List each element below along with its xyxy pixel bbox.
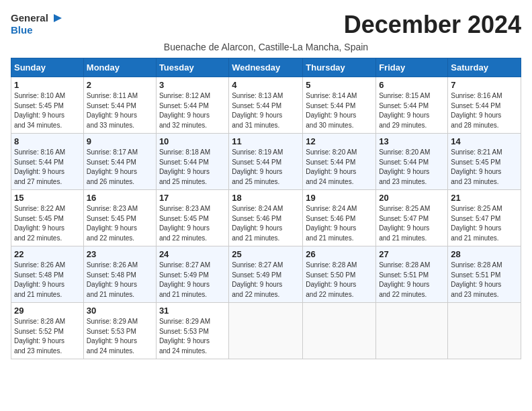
day-info: Sunrise: 8:13 AMSunset: 5:44 PMDaylight:… <box>232 91 300 130</box>
calendar-cell <box>303 303 376 359</box>
day-number: 9 <box>87 136 153 146</box>
day-number: 21 <box>451 193 518 203</box>
calendar-cell: 10Sunrise: 8:18 AMSunset: 5:44 PMDayligh… <box>156 134 228 190</box>
logo-general: General <box>11 12 48 24</box>
day-number: 7 <box>451 80 518 90</box>
day-of-week-header: Sunday <box>11 58 84 77</box>
day-number: 19 <box>306 193 373 203</box>
page-header: General Blue December 2024 <box>11 11 521 39</box>
calendar-cell: 3Sunrise: 8:12 AMSunset: 5:44 PMDaylight… <box>156 77 228 134</box>
day-number: 5 <box>306 80 373 90</box>
day-info: Sunrise: 8:17 AMSunset: 5:44 PMDaylight:… <box>87 148 153 187</box>
day-info: Sunrise: 8:26 AMSunset: 5:48 PMDaylight:… <box>87 261 153 300</box>
calendar-cell: 11Sunrise: 8:19 AMSunset: 5:44 PMDayligh… <box>229 134 303 190</box>
day-info: Sunrise: 8:25 AMSunset: 5:47 PMDaylight:… <box>379 204 445 243</box>
calendar-cell: 8Sunrise: 8:16 AMSunset: 5:44 PMDaylight… <box>11 134 84 190</box>
calendar-cell: 1Sunrise: 8:10 AMSunset: 5:45 PMDaylight… <box>11 77 84 134</box>
day-info: Sunrise: 8:10 AMSunset: 5:45 PMDaylight:… <box>14 91 81 130</box>
location-subtitle: Buenache de Alarcon, Castille-La Mancha,… <box>11 42 521 52</box>
svg-marker-0 <box>54 14 62 22</box>
day-info: Sunrise: 8:26 AMSunset: 5:48 PMDaylight:… <box>14 261 81 300</box>
calendar-cell <box>229 303 303 359</box>
calendar-cell <box>448 303 521 359</box>
day-number: 24 <box>159 249 226 259</box>
day-number: 15 <box>14 193 81 203</box>
day-info: Sunrise: 8:15 AMSunset: 5:44 PMDaylight:… <box>379 91 445 130</box>
day-info: Sunrise: 8:18 AMSunset: 5:44 PMDaylight:… <box>159 148 226 187</box>
calendar-cell: 2Sunrise: 8:11 AMSunset: 5:44 PMDaylight… <box>83 77 156 134</box>
day-number: 14 <box>451 136 518 146</box>
day-info: Sunrise: 8:23 AMSunset: 5:45 PMDaylight:… <box>159 204 226 243</box>
calendar-cell: 25Sunrise: 8:27 AMSunset: 5:49 PMDayligh… <box>229 246 303 303</box>
day-number: 1 <box>14 80 81 90</box>
calendar-cell: 13Sunrise: 8:20 AMSunset: 5:44 PMDayligh… <box>376 134 448 190</box>
day-number: 12 <box>306 136 373 146</box>
logo: General Blue <box>11 11 62 36</box>
day-info: Sunrise: 8:27 AMSunset: 5:49 PMDaylight:… <box>159 261 226 300</box>
day-of-week-header: Saturday <box>448 58 521 77</box>
day-number: 10 <box>159 136 226 146</box>
day-number: 18 <box>232 193 300 203</box>
day-info: Sunrise: 8:16 AMSunset: 5:44 PMDaylight:… <box>14 148 81 187</box>
logo-arrow-icon <box>50 13 62 24</box>
calendar-cell: 26Sunrise: 8:28 AMSunset: 5:50 PMDayligh… <box>303 246 376 303</box>
day-info: Sunrise: 8:16 AMSunset: 5:44 PMDaylight:… <box>451 91 518 130</box>
day-number: 13 <box>379 136 445 146</box>
calendar-cell: 14Sunrise: 8:21 AMSunset: 5:45 PMDayligh… <box>448 134 521 190</box>
day-info: Sunrise: 8:21 AMSunset: 5:45 PMDaylight:… <box>451 148 518 187</box>
day-number: 17 <box>159 193 226 203</box>
calendar-cell: 4Sunrise: 8:13 AMSunset: 5:44 PMDaylight… <box>229 77 303 134</box>
day-info: Sunrise: 8:20 AMSunset: 5:44 PMDaylight:… <box>379 148 445 187</box>
day-number: 4 <box>232 80 300 90</box>
calendar-cell: 15Sunrise: 8:22 AMSunset: 5:45 PMDayligh… <box>11 190 84 246</box>
calendar-cell: 22Sunrise: 8:26 AMSunset: 5:48 PMDayligh… <box>11 246 84 303</box>
day-number: 31 <box>159 306 226 316</box>
day-of-week-header: Friday <box>376 58 448 77</box>
day-number: 28 <box>451 249 518 259</box>
day-info: Sunrise: 8:25 AMSunset: 5:47 PMDaylight:… <box>451 204 518 243</box>
day-info: Sunrise: 8:27 AMSunset: 5:49 PMDaylight:… <box>232 261 300 300</box>
calendar-cell <box>376 303 448 359</box>
day-info: Sunrise: 8:28 AMSunset: 5:51 PMDaylight:… <box>451 261 518 300</box>
calendar-cell: 27Sunrise: 8:28 AMSunset: 5:51 PMDayligh… <box>376 246 448 303</box>
day-number: 11 <box>232 136 300 146</box>
calendar-cell: 7Sunrise: 8:16 AMSunset: 5:44 PMDaylight… <box>448 77 521 134</box>
day-info: Sunrise: 8:24 AMSunset: 5:46 PMDaylight:… <box>232 204 300 243</box>
calendar-cell: 28Sunrise: 8:28 AMSunset: 5:51 PMDayligh… <box>448 246 521 303</box>
day-info: Sunrise: 8:19 AMSunset: 5:44 PMDaylight:… <box>232 148 300 187</box>
day-info: Sunrise: 8:11 AMSunset: 5:44 PMDaylight:… <box>87 91 153 130</box>
day-number: 26 <box>306 249 373 259</box>
calendar-cell: 16Sunrise: 8:23 AMSunset: 5:45 PMDayligh… <box>83 190 156 246</box>
day-info: Sunrise: 8:29 AMSunset: 5:53 PMDaylight:… <box>87 317 153 356</box>
day-info: Sunrise: 8:20 AMSunset: 5:44 PMDaylight:… <box>306 148 373 187</box>
day-number: 22 <box>14 249 81 259</box>
day-info: Sunrise: 8:24 AMSunset: 5:46 PMDaylight:… <box>306 204 373 243</box>
day-info: Sunrise: 8:28 AMSunset: 5:50 PMDaylight:… <box>306 261 373 300</box>
calendar-cell: 5Sunrise: 8:14 AMSunset: 5:44 PMDaylight… <box>303 77 376 134</box>
calendar-cell: 30Sunrise: 8:29 AMSunset: 5:53 PMDayligh… <box>83 303 156 359</box>
day-info: Sunrise: 8:14 AMSunset: 5:44 PMDaylight:… <box>306 91 373 130</box>
calendar-cell: 19Sunrise: 8:24 AMSunset: 5:46 PMDayligh… <box>303 190 376 246</box>
day-info: Sunrise: 8:29 AMSunset: 5:53 PMDaylight:… <box>159 317 226 356</box>
day-number: 2 <box>87 80 153 90</box>
calendar-table: SundayMondayTuesdayWednesdayThursdayFrid… <box>11 58 521 359</box>
day-number: 27 <box>379 249 445 259</box>
day-number: 16 <box>87 193 153 203</box>
day-of-week-header: Thursday <box>303 58 376 77</box>
month-title: December 2024 <box>344 11 521 39</box>
day-info: Sunrise: 8:28 AMSunset: 5:52 PMDaylight:… <box>14 317 81 356</box>
day-number: 23 <box>87 249 153 259</box>
calendar-cell: 24Sunrise: 8:27 AMSunset: 5:49 PMDayligh… <box>156 246 228 303</box>
calendar-cell: 20Sunrise: 8:25 AMSunset: 5:47 PMDayligh… <box>376 190 448 246</box>
day-of-week-header: Monday <box>83 58 156 77</box>
calendar-cell: 9Sunrise: 8:17 AMSunset: 5:44 PMDaylight… <box>83 134 156 190</box>
day-number: 30 <box>87 306 153 316</box>
logo-blue: Blue <box>11 24 62 36</box>
calendar-cell: 6Sunrise: 8:15 AMSunset: 5:44 PMDaylight… <box>376 77 448 134</box>
calendar-cell: 31Sunrise: 8:29 AMSunset: 5:53 PMDayligh… <box>156 303 228 359</box>
day-info: Sunrise: 8:28 AMSunset: 5:51 PMDaylight:… <box>379 261 445 300</box>
calendar-cell: 23Sunrise: 8:26 AMSunset: 5:48 PMDayligh… <box>83 246 156 303</box>
calendar-cell: 17Sunrise: 8:23 AMSunset: 5:45 PMDayligh… <box>156 190 228 246</box>
day-info: Sunrise: 8:23 AMSunset: 5:45 PMDaylight:… <box>87 204 153 243</box>
day-number: 8 <box>14 136 81 146</box>
